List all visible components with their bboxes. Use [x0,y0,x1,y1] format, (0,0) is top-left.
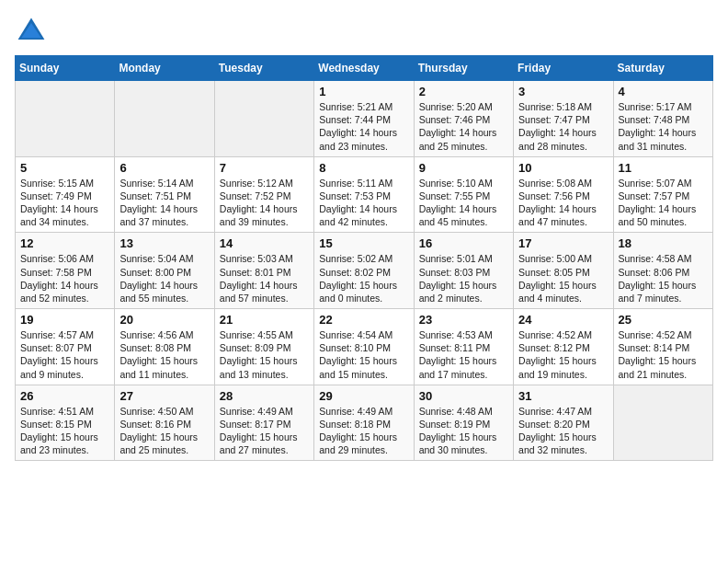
calendar-cell: 25Sunrise: 4:52 AM Sunset: 8:14 PM Dayli… [613,309,712,385]
cell-info: Sunrise: 5:18 AM Sunset: 7:47 PM Dayligh… [518,100,608,153]
calendar-cell: 6Sunrise: 5:14 AM Sunset: 7:51 PM Daylig… [115,156,214,233]
calendar-cell: 8Sunrise: 5:11 AM Sunset: 7:53 PM Daylig… [314,156,414,233]
cell-info: Sunrise: 4:57 AM Sunset: 8:07 PM Dayligh… [20,328,109,381]
calendar-week-row: 19Sunrise: 4:57 AM Sunset: 8:07 PM Dayli… [16,309,713,385]
weekday-header: Tuesday [214,56,313,81]
calendar-cell: 28Sunrise: 4:49 AM Sunset: 8:17 PM Dayli… [214,385,313,461]
calendar-cell: 16Sunrise: 5:01 AM Sunset: 8:03 PM Dayli… [414,233,513,309]
cell-info: Sunrise: 5:10 AM Sunset: 7:55 PM Dayligh… [419,177,508,229]
cell-info: Sunrise: 4:49 AM Sunset: 8:17 PM Dayligh… [220,405,309,457]
day-number: 3 [518,85,608,98]
calendar-cell: 9Sunrise: 5:10 AM Sunset: 7:55 PM Daylig… [414,156,513,233]
calendar-cell: 20Sunrise: 4:56 AM Sunset: 8:08 PM Dayli… [115,309,214,385]
cell-info: Sunrise: 5:15 AM Sunset: 7:49 PM Dayligh… [20,177,109,229]
calendar-body: 1Sunrise: 5:21 AM Sunset: 7:44 PM Daylig… [16,81,713,461]
day-number: 25 [619,313,708,327]
day-number: 10 [518,161,608,175]
calendar-cell [214,81,313,157]
cell-info: Sunrise: 5:14 AM Sunset: 7:51 PM Dayligh… [119,177,209,229]
day-number: 26 [20,389,109,403]
calendar-cell: 17Sunrise: 5:00 AM Sunset: 8:05 PM Dayli… [514,233,613,309]
cell-info: Sunrise: 4:47 AM Sunset: 8:20 PM Dayligh… [518,405,608,457]
calendar-cell: 30Sunrise: 4:48 AM Sunset: 8:19 PM Dayli… [414,385,513,461]
day-number: 8 [319,161,408,175]
day-number: 17 [518,236,608,250]
calendar-cell [613,385,712,461]
calendar-cell: 11Sunrise: 5:07 AM Sunset: 7:57 PM Dayli… [613,156,712,233]
day-number: 7 [220,161,309,175]
cell-info: Sunrise: 4:48 AM Sunset: 8:19 PM Dayligh… [419,405,508,457]
day-number: 11 [619,161,708,175]
calendar-cell: 2Sunrise: 5:20 AM Sunset: 7:46 PM Daylig… [414,81,513,157]
weekday-row: SundayMondayTuesdayWednesdayThursdayFrid… [16,56,713,81]
cell-info: Sunrise: 4:58 AM Sunset: 8:06 PM Dayligh… [619,252,708,304]
day-number: 6 [119,161,209,175]
day-number: 14 [220,236,309,250]
cell-info: Sunrise: 5:07 AM Sunset: 7:57 PM Dayligh… [619,177,708,229]
calendar-cell [115,81,214,157]
logo-icon [15,15,48,48]
day-number: 1 [319,85,408,98]
cell-info: Sunrise: 5:21 AM Sunset: 7:44 PM Dayligh… [319,100,408,153]
cell-info: Sunrise: 5:06 AM Sunset: 7:58 PM Dayligh… [20,252,109,304]
calendar-cell: 22Sunrise: 4:54 AM Sunset: 8:10 PM Dayli… [314,309,414,385]
calendar-header: SundayMondayTuesdayWednesdayThursdayFrid… [16,56,713,81]
cell-info: Sunrise: 5:12 AM Sunset: 7:52 PM Dayligh… [220,177,309,229]
calendar-cell: 29Sunrise: 4:49 AM Sunset: 8:18 PM Dayli… [314,385,414,461]
day-number: 15 [319,236,408,250]
calendar-week-row: 5Sunrise: 5:15 AM Sunset: 7:49 PM Daylig… [16,156,713,233]
day-number: 16 [419,236,508,250]
day-number: 12 [20,236,109,250]
calendar-cell: 1Sunrise: 5:21 AM Sunset: 7:44 PM Daylig… [314,81,414,157]
weekday-header: Friday [514,56,613,81]
day-number: 19 [20,313,109,327]
calendar-cell: 12Sunrise: 5:06 AM Sunset: 7:58 PM Dayli… [16,233,115,309]
logo [15,15,51,48]
calendar-cell: 31Sunrise: 4:47 AM Sunset: 8:20 PM Dayli… [514,385,613,461]
calendar-cell: 24Sunrise: 4:52 AM Sunset: 8:12 PM Dayli… [514,309,613,385]
day-number: 27 [119,389,209,403]
cell-info: Sunrise: 4:52 AM Sunset: 8:12 PM Dayligh… [518,328,608,381]
cell-info: Sunrise: 5:20 AM Sunset: 7:46 PM Dayligh… [419,100,508,153]
calendar-cell: 14Sunrise: 5:03 AM Sunset: 8:01 PM Dayli… [214,233,313,309]
cell-info: Sunrise: 5:02 AM Sunset: 8:02 PM Dayligh… [319,252,408,304]
day-number: 5 [20,161,109,175]
calendar-cell: 19Sunrise: 4:57 AM Sunset: 8:07 PM Dayli… [16,309,115,385]
day-number: 18 [619,236,708,250]
cell-info: Sunrise: 4:50 AM Sunset: 8:16 PM Dayligh… [119,405,209,457]
cell-info: Sunrise: 4:55 AM Sunset: 8:09 PM Dayligh… [220,328,309,381]
calendar-cell: 7Sunrise: 5:12 AM Sunset: 7:52 PM Daylig… [214,156,313,233]
day-number: 29 [319,389,408,403]
calendar-week-row: 12Sunrise: 5:06 AM Sunset: 7:58 PM Dayli… [16,233,713,309]
day-number: 24 [518,313,608,327]
calendar-cell: 10Sunrise: 5:08 AM Sunset: 7:56 PM Dayli… [514,156,613,233]
cell-info: Sunrise: 5:03 AM Sunset: 8:01 PM Dayligh… [220,252,309,304]
calendar-cell: 23Sunrise: 4:53 AM Sunset: 8:11 PM Dayli… [414,309,513,385]
cell-info: Sunrise: 4:54 AM Sunset: 8:10 PM Dayligh… [319,328,408,381]
weekday-header: Monday [115,56,214,81]
day-number: 28 [220,389,309,403]
cell-info: Sunrise: 4:52 AM Sunset: 8:14 PM Dayligh… [619,328,708,381]
cell-info: Sunrise: 4:49 AM Sunset: 8:18 PM Dayligh… [319,405,408,457]
calendar-cell: 26Sunrise: 4:51 AM Sunset: 8:15 PM Dayli… [16,385,115,461]
day-number: 23 [419,313,508,327]
calendar-cell: 18Sunrise: 4:58 AM Sunset: 8:06 PM Dayli… [613,233,712,309]
day-number: 30 [419,389,508,403]
calendar-cell: 13Sunrise: 5:04 AM Sunset: 8:00 PM Dayli… [115,233,214,309]
calendar-cell [16,81,115,157]
calendar-cell: 27Sunrise: 4:50 AM Sunset: 8:16 PM Dayli… [115,385,214,461]
calendar-week-row: 26Sunrise: 4:51 AM Sunset: 8:15 PM Dayli… [16,385,713,461]
day-number: 2 [419,85,508,98]
calendar-table: SundayMondayTuesdayWednesdayThursdayFrid… [15,55,713,461]
day-number: 4 [619,85,708,98]
weekday-header: Sunday [16,56,115,81]
day-number: 20 [119,313,209,327]
day-number: 21 [220,313,309,327]
weekday-header: Saturday [613,56,712,81]
day-number: 9 [419,161,508,175]
calendar-cell: 15Sunrise: 5:02 AM Sunset: 8:02 PM Dayli… [314,233,414,309]
calendar-cell: 21Sunrise: 4:55 AM Sunset: 8:09 PM Dayli… [214,309,313,385]
cell-info: Sunrise: 5:01 AM Sunset: 8:03 PM Dayligh… [419,252,508,304]
calendar-cell: 4Sunrise: 5:17 AM Sunset: 7:48 PM Daylig… [613,81,712,157]
weekday-header: Thursday [414,56,513,81]
